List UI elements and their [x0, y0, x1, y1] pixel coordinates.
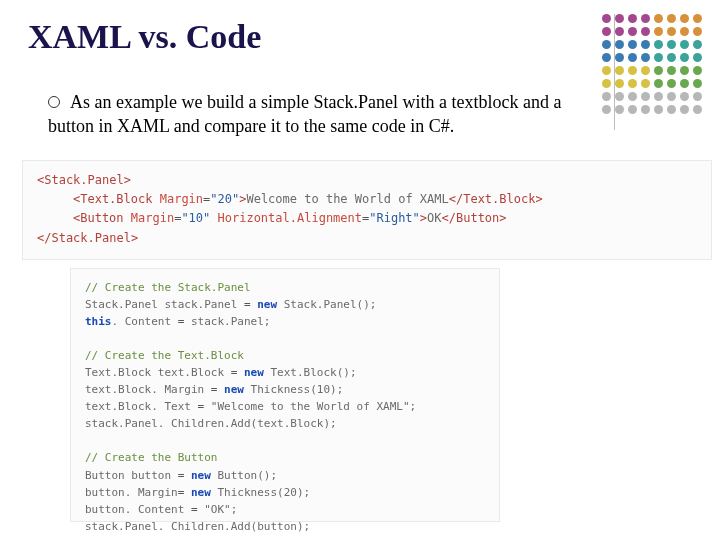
code: . Content [112, 315, 178, 328]
code: Horizontal.Alignment [218, 211, 363, 225]
csharp-code-block: // Create the Stack.Panel Stack.Panel st… [70, 268, 500, 522]
code: new [191, 486, 211, 499]
code: Text.Block text.Block [85, 366, 231, 379]
code: <Stack.Panel> [37, 173, 131, 187]
code: "20" [210, 192, 239, 206]
code: = [178, 486, 191, 499]
xaml-code-block: <Stack.Panel> <Text.Block Margin="20">We… [22, 160, 712, 260]
code: = [244, 298, 257, 311]
code: stack.Panel. Children.Add(text.Block); [85, 417, 337, 430]
decorative-dots [602, 14, 702, 118]
code: this [85, 315, 112, 328]
code: = [191, 503, 198, 516]
code: </Stack.Panel> [37, 231, 138, 245]
code: = [211, 383, 224, 396]
code: text.Block. Text [85, 400, 198, 413]
code: </Text.Block> [449, 192, 543, 206]
code: </Button> [442, 211, 507, 225]
code: Thickness(20); [211, 486, 310, 499]
code: Stack.Panel stack.Panel [85, 298, 244, 311]
code: stack.Panel; [184, 315, 270, 328]
code: Welcome to the World of XAML [246, 192, 448, 206]
code: // Create the Button [85, 451, 217, 464]
page-title: XAML vs. Code [28, 18, 261, 56]
code: Thickness(10); [244, 383, 343, 396]
code: button. Content [85, 503, 191, 516]
code: Button(); [211, 469, 277, 482]
code: text.Block. Margin [85, 383, 211, 396]
code: = [178, 469, 191, 482]
code: new [191, 469, 211, 482]
code: Margin [131, 211, 174, 225]
code: "Right" [369, 211, 420, 225]
code: "Welcome to the World of XAML"; [204, 400, 416, 413]
slide: XAML vs. Code As an example we build a s… [0, 0, 720, 540]
code: Stack.Panel(); [277, 298, 376, 311]
code: stack.Panel. Children.Add(button); [85, 520, 310, 533]
code: // Create the Stack.Panel [85, 281, 251, 294]
bullet-icon [48, 96, 60, 108]
code: > [420, 211, 427, 225]
code: new [224, 383, 244, 396]
code: Button button [85, 469, 178, 482]
code: OK [427, 211, 441, 225]
code: "10" [181, 211, 217, 225]
code: button. Margin [85, 486, 178, 499]
code: Margin [160, 192, 203, 206]
code: <Text.Block [73, 192, 160, 206]
code: Text.Block(); [264, 366, 357, 379]
code: = [231, 366, 244, 379]
bullet-text: As an example we build a simple Stack.Pa… [48, 92, 561, 136]
code: "OK"; [198, 503, 238, 516]
code: <Button [73, 211, 131, 225]
code: // Create the Text.Block [85, 349, 244, 362]
code: new [244, 366, 264, 379]
bullet-item: As an example we build a simple Stack.Pa… [48, 90, 588, 139]
code: new [257, 298, 277, 311]
